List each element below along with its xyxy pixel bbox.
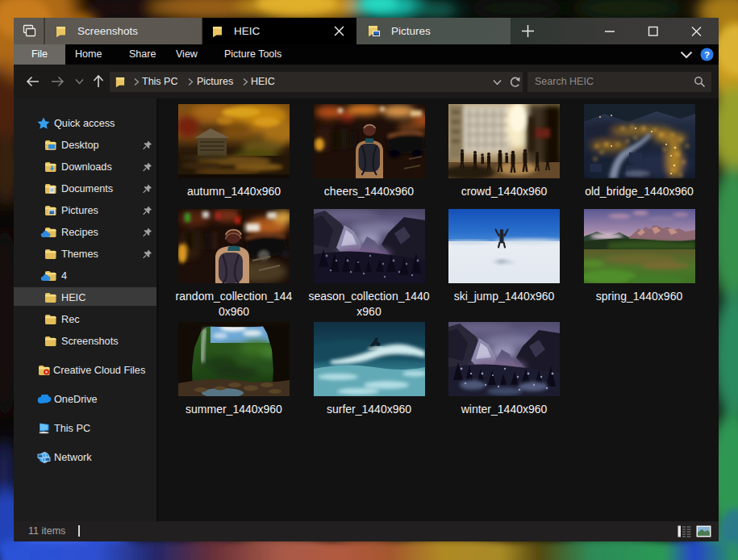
- svg-text:?: ?: [704, 50, 710, 60]
